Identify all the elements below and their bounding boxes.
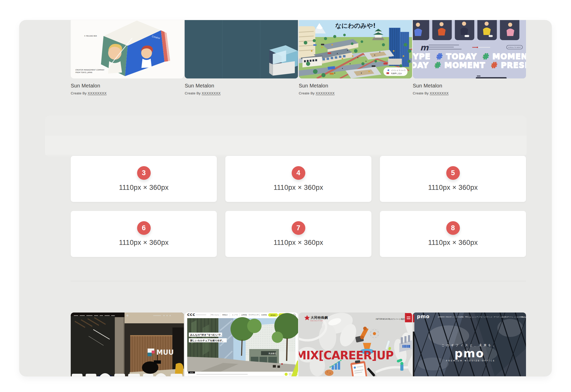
svg-text:企業情報: 企業情報 bbox=[241, 314, 247, 316]
credit-label: Create By bbox=[413, 91, 429, 95]
slot-size-label: 1110px × 360px bbox=[119, 239, 168, 247]
svg-text:セットアップオフィス: セットアップオフィス bbox=[472, 316, 487, 318]
thumbnail-teal-cube[interactable] bbox=[185, 20, 298, 78]
naniwa-title: なにわのみや! bbox=[335, 22, 376, 29]
section-divider bbox=[71, 281, 526, 281]
slot-number-badge: 6 bbox=[137, 221, 151, 235]
header-nav[interactable]: JAPANESE ENGLISH オフィス空室情報 PMOとは セットアップオフ… bbox=[438, 316, 523, 318]
svg-text:スペック・サービス: スペック・サービス bbox=[487, 316, 499, 318]
placeholder-slot-7[interactable]: 7 1110px × 360px bbox=[225, 211, 371, 257]
top-gallery-strip: Creator © RELOAD BOX CREATOR MANAGEMENT … bbox=[71, 20, 526, 78]
caption-block: Sun Metalon Create By XXXXXXXX bbox=[413, 83, 526, 95]
item-title: Sun Metalon bbox=[299, 83, 412, 89]
credit-label: Create By bbox=[71, 91, 87, 95]
daido-headline: MIX[CAREER]UP bbox=[299, 349, 394, 362]
thumbnail-interior-showroom[interactable]: MUU bbox=[71, 313, 184, 376]
placeholder-slot-5[interactable]: 5 1110px × 360px bbox=[380, 156, 526, 202]
svg-text:オフィス空室情報: オフィス空室情報 bbox=[452, 316, 464, 318]
slot-number-badge: 4 bbox=[292, 166, 305, 180]
moment-logo: m bbox=[420, 43, 429, 52]
event-badge[interactable] bbox=[383, 67, 407, 76]
caption-row: Sun Metalon Create By XXXXXXXX Sun Metal… bbox=[71, 83, 526, 95]
svg-text:大同特殊鋼: 大同特殊鋼 bbox=[310, 316, 328, 319]
pmo-catchcopy: このオフィスと、未来を。 bbox=[441, 343, 497, 347]
slot-number-badge: 5 bbox=[446, 166, 460, 180]
placeholder-slot-3[interactable]: 3 1110px × 360px bbox=[71, 156, 217, 202]
credit-link[interactable]: XXXXXXXX bbox=[202, 91, 221, 95]
item-title: Sun Metalon bbox=[413, 83, 526, 89]
slot-number-badge: 7 bbox=[292, 221, 305, 235]
svg-text:PMOとは: PMOとは bbox=[465, 316, 471, 318]
store-sign: 蔦屋書店 bbox=[268, 352, 277, 355]
pmo-logo: pmo bbox=[417, 314, 430, 319]
item-title: Sun Metalon bbox=[71, 83, 184, 89]
reload-copyright: © RELOAD BOX bbox=[84, 35, 97, 37]
placeholder-slot-6[interactable]: 6 1110px × 360px bbox=[71, 211, 217, 257]
svg-text:JAPANESE: JAPANESE bbox=[438, 316, 445, 318]
bottom-gallery-strip: MUU bbox=[71, 313, 526, 376]
page: Creator © RELOAD BOX CREATOR MANAGEMENT … bbox=[0, 0, 571, 392]
thumbnail-naniwa-city[interactable]: イベントスペース 利用申し込み なにわのみや! bbox=[299, 20, 412, 78]
svg-text:SCROLL TO NEXT: SCROLL TO NEXT bbox=[508, 47, 521, 48]
svg-text:ニュース: ニュース bbox=[232, 314, 238, 316]
svg-text:資料請求: 資料請求 bbox=[271, 314, 276, 316]
credit-link[interactable]: XXXXXXXX bbox=[316, 91, 335, 95]
caption-block: Sun Metalon Create By XXXXXXXX bbox=[71, 83, 184, 95]
logo-subtext-line bbox=[196, 315, 206, 315]
caption-block: Sun Metalon Create By XXXXXXXX bbox=[185, 83, 298, 95]
item-title: Sun Metalon bbox=[185, 83, 298, 89]
hashtag-row-1: HYPE # TODAY # MOMENT # PRESENT bbox=[413, 52, 526, 61]
character-panels bbox=[413, 20, 519, 40]
caption-block: Sun Metalon Create By XXXXXXXX bbox=[299, 83, 412, 95]
svg-text:採用情報: 採用情報 bbox=[261, 314, 267, 316]
svg-text:プロジェクト: プロジェクト bbox=[211, 314, 219, 316]
placeholder-slot-8[interactable]: 8 1110px × 360px bbox=[380, 211, 526, 257]
slot-size-label: 1110px × 360px bbox=[428, 184, 478, 192]
hashtag-row-2: TODAY # MOMENT # PRESENT # N bbox=[413, 61, 526, 70]
content-panel: Creator © RELOAD BOX CREATOR MANAGEMENT … bbox=[19, 20, 552, 376]
slot-size-label: 1110px × 360px bbox=[119, 184, 168, 192]
pmo-tagline: PREMIUM MIDSIZE OFFICE bbox=[446, 360, 495, 362]
svg-text:コラム: コラム bbox=[509, 316, 513, 318]
credit-link[interactable]: XXXXXXXX bbox=[430, 91, 449, 95]
svg-text:サステナビリティ: サステナビリティ bbox=[249, 314, 260, 316]
svg-text:ENGLISH: ENGLISH bbox=[445, 316, 452, 318]
event-badge-line2: 利用申し込み bbox=[391, 73, 402, 75]
thumbnail-pmo-site[interactable]: pmo JAPANESE ENGLISH オフィス空室情報 PMOとは セットア… bbox=[413, 313, 526, 376]
company-line: CREATOR MANAGEMENT COMPANY bbox=[75, 69, 104, 71]
ghost-highlight-tiles bbox=[45, 136, 527, 155]
credit-link[interactable]: XXXXXXXX bbox=[88, 91, 107, 95]
placeholder-slot-4[interactable]: 4 1110px × 360px bbox=[225, 156, 371, 202]
interior-illustration bbox=[71, 313, 184, 376]
slot-size-label: 1110px × 360px bbox=[428, 239, 478, 247]
menu-button[interactable]: Menu bbox=[521, 316, 526, 318]
svg-text:新しいカルチュアを創り出す。: 新しいカルチュアを創り出す。 bbox=[190, 339, 225, 342]
svg-text:事業紹介: 事業紹介 bbox=[222, 314, 228, 316]
svg-text:入居企業の声: 入居企業の声 bbox=[500, 316, 509, 318]
slot-number-badge: 8 bbox=[446, 221, 460, 235]
placeholder-grid: 3 1110px × 360px 4 1110px × 360px 5 1110… bbox=[71, 156, 526, 257]
svg-text:RECRUITING: RECRUITING bbox=[310, 320, 324, 322]
left-edge-strips bbox=[413, 315, 414, 376]
slot-size-label: 1110px × 360px bbox=[273, 184, 323, 192]
origin-line: FROM TOKYO, JAPAN bbox=[75, 72, 92, 74]
credit-label: Create By bbox=[185, 91, 201, 95]
event-badge-line1: イベントスペース bbox=[391, 69, 406, 72]
slot-number-badge: 3 bbox=[137, 166, 151, 180]
hamburger-menu-button[interactable] bbox=[405, 313, 412, 322]
credit-label: Create By bbox=[299, 91, 315, 95]
nav-expert[interactable]: エキスパート職採用 bbox=[389, 318, 406, 320]
nav-internship[interactable]: INTERNSHIP bbox=[376, 318, 390, 320]
brand-logo-text: MUU bbox=[156, 349, 174, 356]
cube-3d-illustration bbox=[269, 45, 298, 76]
ccc-logo: CCC bbox=[187, 313, 195, 317]
svg-text:NEWS: NEWS bbox=[190, 372, 193, 373]
thumbnail-daido-recruiting[interactable]: 大同特殊鋼 RECRUITING INTERNSHIP エキスパート職採用 MI… bbox=[299, 313, 412, 376]
thumbnail-ccc-site[interactable]: CCC プロジェクト 事業紹介 ニュース 企業情報 サステナビリティ 採用情報 bbox=[185, 313, 298, 376]
slot-size-label: 1110px × 360px bbox=[273, 239, 323, 247]
svg-text:みんなの“好き”をつむいで、: みんなの“好き”をつむいで、 bbox=[190, 333, 223, 336]
pmo-wordmark: pmo bbox=[454, 347, 484, 360]
thumbnail-reload-box[interactable]: Creator © RELOAD BOX CREATOR MANAGEMENT … bbox=[71, 20, 184, 78]
thumbnail-moment-hashtags[interactable]: m SCROLL TO NEXT bbox=[413, 20, 526, 78]
apply-icon bbox=[386, 72, 389, 74]
